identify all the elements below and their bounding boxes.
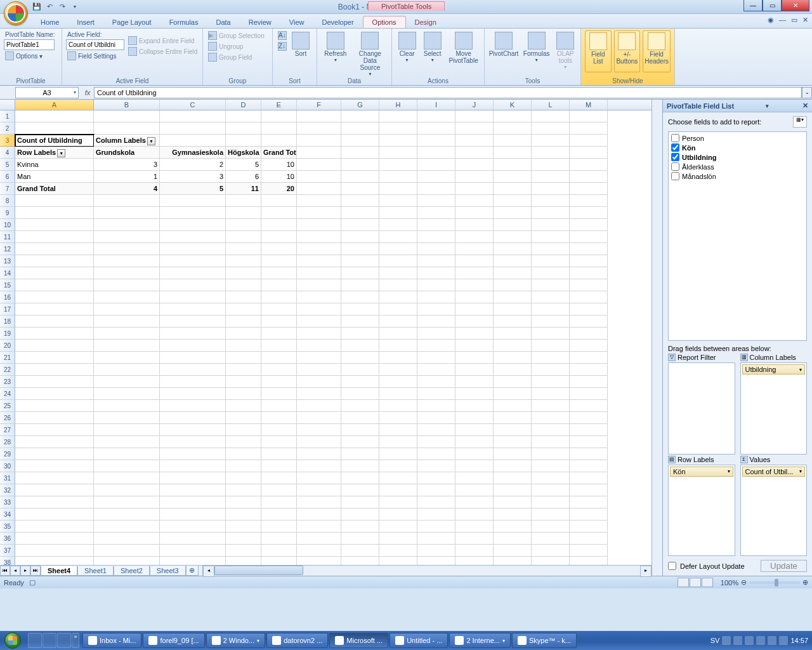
cell-B20[interactable]: [94, 340, 160, 352]
row-header-28[interactable]: 28: [0, 436, 15, 448]
column-header-E[interactable]: E: [261, 100, 297, 110]
cell-B18[interactable]: [94, 315, 160, 328]
cell-L24[interactable]: [532, 388, 570, 400]
row-header-29[interactable]: 29: [0, 448, 15, 460]
cell-H31[interactable]: [379, 472, 417, 484]
cell-D17[interactable]: [226, 303, 261, 315]
close-button[interactable]: ✕: [782, 0, 809, 11]
cell-K14[interactable]: [494, 267, 532, 279]
cell-M18[interactable]: [570, 315, 608, 328]
cell-M5[interactable]: [570, 159, 608, 171]
cell-K35[interactable]: [494, 521, 532, 533]
row-header-16[interactable]: 16: [0, 291, 15, 303]
cell-E6[interactable]: 10: [261, 171, 297, 183]
cell-L6[interactable]: [532, 171, 570, 183]
clear-button[interactable]: Clear▼: [396, 30, 418, 63]
cell-H32[interactable]: [379, 484, 417, 496]
cell-M38[interactable]: [570, 557, 608, 565]
cell-B3[interactable]: Column Labels▼: [94, 135, 160, 147]
cell-B14[interactable]: [94, 267, 160, 279]
cell-K33[interactable]: [494, 496, 532, 508]
doc-minimize-icon[interactable]: —: [779, 16, 786, 24]
cell-B30[interactable]: [94, 460, 160, 472]
grid-body[interactable]: 123Count of UtbildningColumn Labels▼4Row…: [0, 110, 652, 565]
cell-E15[interactable]: [261, 279, 297, 291]
values-item[interactable]: Count of Utbil...: [742, 467, 806, 477]
cell-H25[interactable]: [379, 400, 417, 412]
row-header-9[interactable]: 9: [0, 207, 15, 219]
cell-E7[interactable]: 20: [261, 183, 297, 195]
cell-E27[interactable]: [261, 424, 297, 436]
cell-A18[interactable]: [15, 315, 94, 328]
cell-M15[interactable]: [570, 279, 608, 291]
cell-G29[interactable]: [341, 448, 379, 460]
cell-A11[interactable]: [15, 231, 94, 243]
cell-C12[interactable]: [160, 243, 226, 255]
cell-J9[interactable]: [455, 207, 494, 219]
cell-G4[interactable]: [341, 147, 379, 159]
olap-tools-button[interactable]: OLAP tools▼: [554, 30, 577, 70]
cell-J16[interactable]: [455, 291, 494, 303]
tab-developer[interactable]: Developer: [313, 17, 362, 28]
group-field-button[interactable]: Group Field: [207, 52, 266, 62]
cell-G27[interactable]: [341, 424, 379, 436]
cell-G10[interactable]: [341, 219, 379, 231]
refresh-button[interactable]: Refresh▼: [321, 30, 350, 63]
cell-J18[interactable]: [455, 315, 494, 328]
cell-J4[interactable]: [455, 147, 494, 159]
cell-H12[interactable]: [379, 243, 417, 255]
cell-I5[interactable]: [417, 159, 455, 171]
cell-L19[interactable]: [532, 328, 570, 340]
cell-E32[interactable]: [261, 484, 297, 496]
field-utbildning[interactable]: Utbildning: [670, 152, 805, 162]
cell-F21[interactable]: [297, 352, 341, 364]
cell-M27[interactable]: [570, 424, 608, 436]
cell-E19[interactable]: [261, 328, 297, 340]
cell-K5[interactable]: [494, 159, 532, 171]
row-header-22[interactable]: 22: [0, 364, 15, 376]
tab-data[interactable]: Data: [207, 17, 239, 28]
field-checkbox[interactable]: [671, 153, 679, 161]
minimize-button[interactable]: —: [743, 0, 763, 11]
zoom-level[interactable]: 100%: [721, 579, 738, 587]
cell-E1[interactable]: [261, 110, 297, 123]
cell-A12[interactable]: [15, 243, 94, 255]
row-header-19[interactable]: 19: [0, 328, 15, 340]
ql-ie-icon[interactable]: [43, 633, 56, 648]
cell-I32[interactable]: [417, 484, 455, 496]
cell-F1[interactable]: [297, 110, 341, 123]
cell-K2[interactable]: [494, 123, 532, 135]
cell-H4[interactable]: [379, 147, 417, 159]
taskbar-item[interactable]: 2 Windo... ▾: [206, 633, 266, 648]
name-box[interactable]: A3: [15, 87, 79, 98]
active-field-input[interactable]: [66, 39, 124, 50]
cell-F36[interactable]: [297, 533, 341, 545]
cell-A22[interactable]: [15, 364, 94, 376]
cell-H33[interactable]: [379, 496, 417, 508]
cell-L8[interactable]: [532, 195, 570, 207]
cell-I2[interactable]: [417, 123, 455, 135]
cell-I3[interactable]: [417, 135, 455, 147]
cell-H20[interactable]: [379, 340, 417, 352]
cell-L34[interactable]: [532, 508, 570, 521]
cell-M13[interactable]: [570, 255, 608, 267]
cell-I11[interactable]: [417, 231, 455, 243]
cell-G28[interactable]: [341, 436, 379, 448]
cell-J27[interactable]: [455, 424, 494, 436]
row-header-4[interactable]: 4: [0, 147, 15, 159]
cell-K4[interactable]: [494, 147, 532, 159]
cell-I29[interactable]: [417, 448, 455, 460]
cell-G25[interactable]: [341, 400, 379, 412]
tab-view[interactable]: View: [280, 17, 313, 28]
row-header-38[interactable]: 38: [0, 557, 15, 565]
cell-H28[interactable]: [379, 436, 417, 448]
field-list-layout-button[interactable]: ▦▾: [793, 116, 807, 128]
field-list-close-icon[interactable]: ✕: [801, 102, 808, 110]
sheet-nav-next-icon[interactable]: ▸: [20, 566, 30, 576]
cell-D13[interactable]: [226, 255, 261, 267]
row-header-26[interactable]: 26: [0, 412, 15, 424]
cell-M30[interactable]: [570, 460, 608, 472]
cell-J25[interactable]: [455, 400, 494, 412]
cell-M34[interactable]: [570, 508, 608, 521]
cell-H19[interactable]: [379, 328, 417, 340]
